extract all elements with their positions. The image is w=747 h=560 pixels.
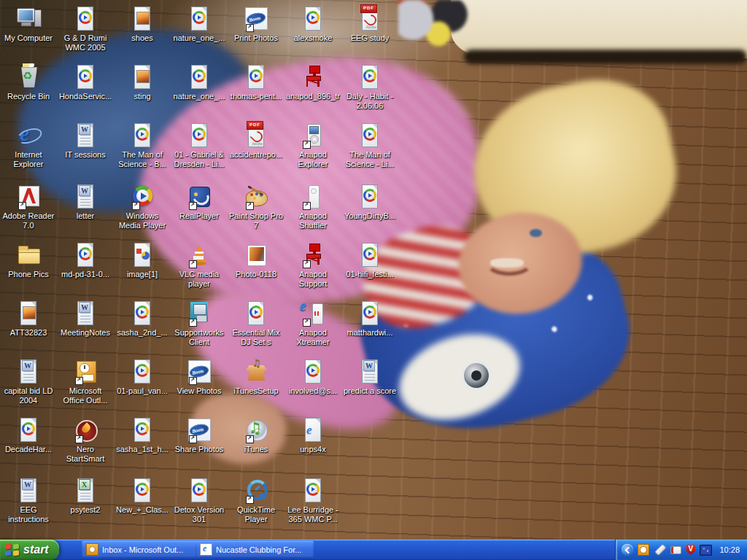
desktop-icon[interactable]: sasha_1st_h...: [114, 417, 171, 454]
outlook-icon: [72, 359, 98, 385]
desktop-icon[interactable]: letter: [57, 184, 114, 221]
desktop-icon[interactable]: image[1]: [114, 242, 171, 279]
recycle-icon: [15, 64, 42, 90]
desktop-icon[interactable]: Print Photos: [228, 6, 285, 43]
desktop-icon[interactable]: EEG study: [341, 6, 398, 43]
desktop-icon[interactable]: QuickTime Player: [228, 478, 285, 524]
shortcut-arrow-icon: [18, 202, 26, 210]
desktop-icon-label: iTunesSetup: [228, 386, 284, 396]
desktop-icon[interactable]: RealPlayer: [171, 184, 228, 221]
desktop-icon-label: alexsmoke: [285, 34, 341, 43]
desktop-icon[interactable]: iTunes: [228, 417, 285, 454]
vlc-icon: [186, 242, 212, 268]
taskbar: start Inbox - Microsoft Out... Nucastle …: [0, 540, 747, 560]
desktop-icon-label: Photo-0118: [228, 270, 284, 279]
desktop-icon[interactable]: Anapod Support: [285, 242, 341, 289]
collapse-chevron-icon[interactable]: [622, 544, 633, 556]
desktop-icon[interactable]: involved@s...: [285, 359, 341, 396]
desktop-icon[interactable]: Supportworks Client: [171, 300, 228, 347]
desktop-icon[interactable]: Microsoft Office Outl...: [57, 359, 114, 405]
desktop-icon-label: Phone Pics: [1, 270, 56, 279]
desktop-icon[interactable]: anapod_896_tr: [285, 64, 341, 101]
boots-icon: [186, 417, 212, 443]
desktop-icon[interactable]: sting: [114, 64, 171, 101]
desktop-icon-label: thomas-pent...: [228, 92, 284, 101]
shortcut-arrow-icon: [189, 319, 197, 327]
taskbar-task-ie-window[interactable]: Nucastle Clubbing For...: [196, 541, 314, 558]
desktop-icon[interactable]: Phone Pics: [0, 242, 57, 279]
desktop-icon-label: involved@s...: [285, 386, 341, 396]
taskbar-clock[interactable]: 10:28: [719, 545, 740, 554]
desktop-icon-label: Adobe Reader 7.0: [1, 211, 56, 230]
chair-icon: [300, 242, 326, 268]
desktop-icon[interactable]: Windows Media Player: [114, 184, 171, 230]
taskbar-task-outlook-inbox[interactable]: Inbox - Microsoft Out...: [82, 541, 200, 558]
desktop-icon[interactable]: alexsmoke: [285, 6, 341, 43]
ipod-device-icon[interactable]: [670, 544, 681, 556]
wmpdoc-icon: [357, 122, 383, 149]
desktop-icon[interactable]: Anapod Xtreamer: [285, 300, 341, 347]
desktop-icon-label: nature_one_...: [171, 34, 227, 43]
desktop-icon[interactable]: Anapod Shuffler: [285, 184, 341, 230]
shortcut-arrow-icon: [246, 496, 254, 504]
desktop-icon[interactable]: accidentrepo...: [228, 122, 285, 160]
ipod-shuffle-icon[interactable]: [651, 542, 668, 559]
desktop-icon[interactable]: thomas-pent...: [228, 64, 285, 101]
desktop-icon[interactable]: Paint Shop Pro 7: [228, 184, 285, 230]
desktop-icon[interactable]: Photo-0118: [228, 242, 285, 279]
desktop-icon[interactable]: Lee Burridge - 365 WMC P...: [285, 478, 341, 524]
desktop-icon[interactable]: capital bid LD 2004: [0, 359, 57, 405]
desktop-icon[interactable]: EEG instructions: [0, 478, 57, 524]
desktop-icon[interactable]: 01 - Gabriel & Dresden - Li...: [171, 122, 228, 169]
desktop-icon[interactable]: New_+_Clas...: [114, 478, 171, 515]
desktop-icon[interactable]: nature_one_...: [171, 64, 228, 101]
chair-icon: [300, 64, 326, 90]
desktop-icon[interactable]: DecadeHar...: [0, 417, 57, 454]
desktop-icon[interactable]: predict a score: [341, 359, 398, 396]
desktop-icon[interactable]: The Man of Science - B...: [114, 122, 171, 169]
desktop-icon[interactable]: Recycle Bin: [0, 64, 57, 101]
desktop-icon-label: nature_one_...: [171, 92, 227, 101]
start-button[interactable]: start: [0, 540, 59, 560]
desktop-icon[interactable]: sasha_2nd_...: [114, 300, 171, 338]
desktop-icon[interactable]: Essential Mix DJ Set s: [228, 300, 285, 347]
desktop-icon[interactable]: MeetingNotes: [57, 300, 114, 338]
desktop-icon[interactable]: IT sessions: [57, 122, 114, 160]
desktop-icon[interactable]: The Man of Science - Li...: [341, 122, 398, 169]
desktop-icon[interactable]: 01-hifi_festi...: [341, 242, 398, 279]
desktop-icon[interactable]: View Photos: [171, 359, 228, 396]
desktop-icon[interactable]: HondaServic...: [57, 64, 114, 101]
desktop-icon[interactable]: shoes: [114, 6, 171, 43]
desktop-icon-label: View Photos: [171, 386, 227, 396]
desktop-icon[interactable]: matthardwi...: [341, 300, 398, 338]
shortcut-arrow-icon: [75, 377, 83, 385]
wmpdoc-icon: [186, 6, 212, 32]
wmpdoc-icon: [186, 478, 212, 504]
v-shield-antivirus-icon[interactable]: [686, 545, 695, 555]
outlook-reminder-icon[interactable]: [638, 544, 649, 556]
desktop-icon[interactable]: Share Photos: [171, 417, 228, 454]
desktop-icon[interactable]: iTunesSetup: [228, 359, 285, 396]
desktop-icon[interactable]: 01-paul_van...: [114, 359, 171, 396]
desktop-icon[interactable]: md-pd-31-0...: [57, 242, 114, 279]
desktop-icon[interactable]: nature_one_...: [171, 6, 228, 43]
htmlpage-icon: [300, 417, 326, 443]
task-label: Inbox - Microsoft Out...: [102, 545, 183, 554]
desktop-icon[interactable]: psytest2: [57, 478, 114, 515]
desktop-icon[interactable]: My Computer: [0, 6, 57, 43]
desktop-icon[interactable]: ATT32823: [0, 300, 57, 338]
desktop-icon[interactable]: Internet Explorer: [0, 122, 57, 169]
desktop-icon[interactable]: Adobe Reader 7.0: [0, 184, 57, 230]
desktop-icon[interactable]: VLC media player: [171, 242, 228, 289]
desktop-icon[interactable]: G & D Rumi WMC 2005: [57, 6, 114, 52]
desktop-icon[interactable]: Detox Version 301: [171, 478, 228, 524]
desktop-icon[interactable]: Daly - Habit - 2.06.06: [341, 64, 398, 111]
desktop-icon[interactable]: Nero StartSmart: [57, 417, 114, 464]
psp-icon: [243, 184, 269, 210]
pdf-icon: [243, 122, 269, 149]
desktop-icon[interactable]: Anapod Explorer: [285, 122, 341, 169]
desktop-icon[interactable]: unps4x: [285, 417, 341, 454]
desktop-icon-label: Anapod Shuffler: [285, 211, 341, 230]
desktop-icon[interactable]: YoungDirtyB...: [341, 184, 398, 221]
display-settings-icon[interactable]: [700, 545, 712, 556]
